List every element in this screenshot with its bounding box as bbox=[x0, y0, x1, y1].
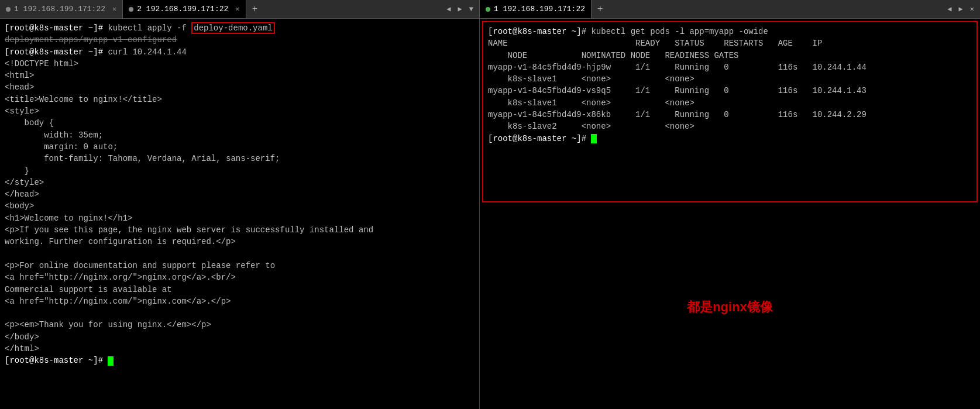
tab-2-label: 2 192.168.199.171:22 bbox=[137, 5, 228, 13]
tab-nav-right: ◀ ▶ ✕ bbox=[941, 0, 980, 18]
tab-2[interactable]: 2 192.168.199.171:22 ✕ bbox=[123, 0, 246, 18]
nginx-annotation: 都是nginx镜像 bbox=[687, 298, 773, 316]
tab-2-dot bbox=[129, 7, 133, 12]
nav-left-r[interactable]: ◀ bbox=[945, 4, 954, 15]
right-terminal-top[interactable]: [root@k8s-master ~]# kubectl get pods -l… bbox=[482, 21, 978, 202]
tab-1-close[interactable]: ✕ bbox=[112, 5, 116, 13]
nav-close-r[interactable]: ✕ bbox=[968, 4, 976, 15]
tab-1-dot bbox=[6, 7, 11, 12]
left-terminal-content: [root@k8s-master ~]# kubectl apply -f de… bbox=[5, 22, 474, 367]
tab-new-right[interactable]: + bbox=[592, 0, 609, 18]
tab-bar-left: 1 192.168.199.171:22 ✕ 2 192.168.199.171… bbox=[0, 0, 480, 18]
nav-right-r[interactable]: ▶ bbox=[957, 4, 965, 15]
right-terminal-content: [root@k8s-master ~]# kubectl get pods -l… bbox=[488, 26, 972, 145]
nav-right[interactable]: ▶ bbox=[456, 4, 465, 15]
tab-new-left[interactable]: + bbox=[246, 0, 264, 18]
tab-3-label: 1 192.168.199.171:22 bbox=[494, 5, 585, 13]
tab-bar-right: 1 192.168.199.171:22 + ◀ ▶ ✕ bbox=[480, 0, 980, 18]
tab-2-close[interactable]: ✕ bbox=[235, 5, 239, 13]
tab-1[interactable]: 1 192.168.199.171:22 ✕ bbox=[0, 0, 123, 18]
nav-left[interactable]: ◀ bbox=[444, 4, 453, 15]
nav-dropdown[interactable]: ▼ bbox=[467, 4, 476, 15]
right-annotation-area: 都是nginx镜像 bbox=[480, 205, 980, 409]
tab-3-dot bbox=[486, 7, 490, 12]
right-pane: [root@k8s-master ~]# kubectl get pods -l… bbox=[480, 19, 980, 409]
tab-nav-left: ◀ ▶ ▼ bbox=[441, 0, 479, 18]
tab-3[interactable]: 1 192.168.199.171:22 bbox=[480, 0, 592, 18]
tab-1-label: 1 192.168.199.171:22 bbox=[14, 5, 105, 13]
left-terminal[interactable]: [root@k8s-master ~]# kubectl apply -f de… bbox=[0, 19, 480, 409]
main-content: [root@k8s-master ~]# kubectl apply -f de… bbox=[0, 19, 980, 409]
tab-bar: 1 192.168.199.171:22 ✕ 2 192.168.199.171… bbox=[0, 0, 980, 19]
